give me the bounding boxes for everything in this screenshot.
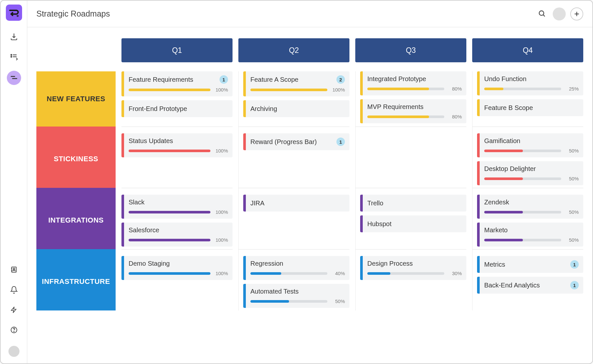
roadmap-card[interactable]: Automated Tests50% bbox=[243, 284, 349, 308]
roadmap-card[interactable]: Metrics1 bbox=[477, 256, 583, 273]
progress-track bbox=[129, 150, 210, 152]
sidebar-bottom bbox=[8, 263, 20, 363]
card-title: Salesforce bbox=[129, 226, 228, 234]
roadmap-card[interactable]: Status Updates100% bbox=[121, 133, 233, 157]
card-color-bar bbox=[243, 256, 246, 280]
roadmap-card[interactable]: Zendesk50% bbox=[477, 195, 583, 219]
bell-icon[interactable] bbox=[8, 284, 20, 296]
roadmap-card[interactable]: Demo Staging100% bbox=[121, 256, 233, 280]
svg-point-3 bbox=[11, 56, 12, 57]
roadmap-card[interactable]: Archiving bbox=[243, 100, 349, 117]
roadmap-card[interactable]: Back-End Analytics1 bbox=[477, 277, 583, 294]
card-title: Zendesk bbox=[484, 199, 579, 206]
progress-percent: 30% bbox=[448, 271, 462, 276]
card-title: Undo Function bbox=[484, 75, 579, 83]
svg-point-0 bbox=[17, 16, 18, 16]
lane-cell: JIRA bbox=[238, 188, 349, 249]
card-color-bar bbox=[477, 133, 480, 157]
roadmap-card[interactable]: Reward (Progress Bar)1 bbox=[243, 133, 349, 150]
roadmap-card[interactable]: Desktop Delighter50% bbox=[477, 161, 583, 185]
card-title: Integrated Prototype bbox=[367, 75, 462, 83]
progress-row: 40% bbox=[250, 271, 345, 276]
roadmap-card[interactable]: Slack100% bbox=[121, 195, 233, 219]
card-color-bar bbox=[477, 99, 480, 116]
card-color-bar bbox=[360, 99, 363, 123]
card-title: Archiving bbox=[250, 105, 345, 113]
card-color-bar bbox=[360, 215, 363, 232]
progress-track bbox=[484, 88, 561, 90]
progress-track bbox=[129, 211, 210, 213]
add-button[interactable] bbox=[570, 7, 583, 20]
roadmap-card[interactable]: MVP Requirements80% bbox=[360, 99, 466, 123]
progress-percent: 80% bbox=[448, 114, 462, 119]
header: Strategic Roadmaps bbox=[27, 1, 592, 27]
help-icon[interactable] bbox=[8, 324, 20, 336]
lane-cell: TrelloHubspot bbox=[355, 188, 466, 249]
svg-line-14 bbox=[543, 15, 545, 16]
roadmap-card[interactable]: Regression40% bbox=[243, 256, 349, 280]
search-icon[interactable] bbox=[538, 9, 547, 18]
card-color-bar bbox=[477, 195, 480, 219]
header-avatar[interactable] bbox=[553, 7, 566, 20]
progress-track bbox=[484, 211, 561, 213]
progress-fill bbox=[367, 115, 429, 118]
roadmap-card[interactable]: Feature Requirements1100% bbox=[121, 71, 233, 96]
roadmap-card[interactable]: Front-End Prototype bbox=[121, 100, 233, 117]
roadmap-board: Q1Q2Q3Q4NEW FEATURESFeature Requirements… bbox=[27, 27, 592, 363]
progress-track bbox=[484, 177, 561, 180]
card-title: Metrics bbox=[484, 261, 570, 268]
roadmap-card[interactable]: Feature A Scope2100% bbox=[243, 71, 349, 96]
roadmap-card[interactable]: Undo Function25% bbox=[477, 71, 583, 95]
sidebar-avatar[interactable] bbox=[8, 346, 19, 357]
card-title: Gamification bbox=[484, 137, 579, 145]
progress-fill bbox=[129, 211, 210, 213]
list-icon[interactable] bbox=[8, 51, 20, 63]
import-icon[interactable] bbox=[8, 30, 20, 43]
roadmap-card[interactable]: Salesforce100% bbox=[121, 223, 233, 247]
card-badge: 1 bbox=[336, 138, 345, 146]
card-title: Hubspot bbox=[367, 220, 462, 228]
roadmap-icon[interactable] bbox=[7, 71, 21, 85]
bolt-icon[interactable] bbox=[8, 304, 20, 316]
progress-track bbox=[367, 272, 444, 275]
progress-fill bbox=[250, 272, 281, 275]
roadmap-card[interactable]: Gamification50% bbox=[477, 133, 583, 157]
card-color-bar bbox=[477, 161, 480, 185]
card-title: Feature A Scope bbox=[250, 76, 336, 83]
lane-cell: Reward (Progress Bar)1 bbox=[238, 127, 349, 188]
progress-track bbox=[250, 300, 327, 303]
progress-percent: 50% bbox=[331, 298, 345, 304]
progress-track bbox=[250, 89, 327, 91]
progress-row: 50% bbox=[484, 176, 579, 181]
card-color-bar bbox=[360, 71, 363, 95]
lane-cell: Regression40%Automated Tests50% bbox=[238, 249, 349, 310]
card-badge: 1 bbox=[570, 260, 579, 269]
roadmap-card[interactable]: Feature B Scope bbox=[477, 99, 583, 116]
card-title: Demo Staging bbox=[129, 260, 228, 267]
roadmap-card[interactable]: Hubspot bbox=[360, 215, 466, 232]
progress-percent: 50% bbox=[564, 209, 579, 215]
progress-row: 100% bbox=[129, 271, 228, 276]
progress-track bbox=[484, 150, 561, 152]
lane-cell: Design Process30% bbox=[355, 249, 466, 310]
lane-cell: Gamification50%Desktop Delighter50% bbox=[472, 127, 583, 188]
roadmap-card[interactable]: Marketo50% bbox=[477, 223, 583, 247]
roadmap-card[interactable]: JIRA bbox=[243, 195, 349, 212]
roadmap-card[interactable]: Design Process30% bbox=[360, 256, 466, 280]
progress-track bbox=[367, 88, 444, 90]
roadmap-card[interactable]: Trello bbox=[360, 195, 466, 212]
card-title: Front-End Prototype bbox=[129, 105, 228, 113]
card-color-bar bbox=[121, 256, 124, 280]
progress-fill bbox=[367, 88, 429, 90]
card-title: Feature B Scope bbox=[484, 104, 579, 112]
app-logo[interactable] bbox=[6, 5, 22, 21]
card-title: MVP Requirements bbox=[367, 103, 462, 111]
roadmap-card[interactable]: Integrated Prototype80% bbox=[360, 71, 466, 95]
card-color-bar bbox=[477, 256, 480, 273]
progress-fill bbox=[129, 272, 210, 275]
contacts-icon[interactable] bbox=[8, 263, 20, 276]
card-title: Regression bbox=[250, 260, 345, 267]
lane-label: INTEGRATIONS bbox=[36, 188, 116, 249]
progress-fill bbox=[129, 239, 210, 241]
svg-point-13 bbox=[539, 11, 544, 15]
